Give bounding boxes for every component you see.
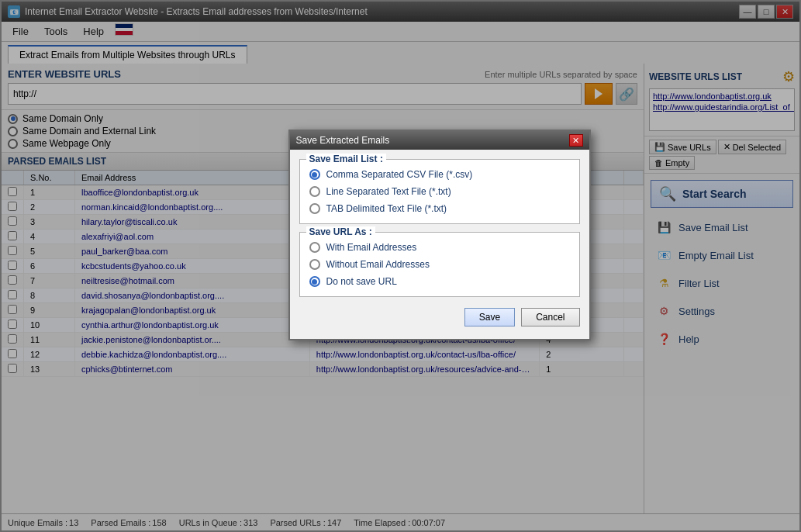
modal-without-email-label: Without Email Addresses [326,259,430,270]
modal-email-format-section: Save Email List : Comma Separated CSV Fi… [299,159,580,224]
modal-radio-no-url[interactable]: Do not save URL [309,276,570,287]
modal-title: Save Extracted Emails [296,135,390,146]
modal-radio-with-email[interactable]: With Email Addresses [309,242,570,253]
modal-overlay: Save Extracted Emails ✕ Save Email List … [2,2,799,530]
modal-email-format-title: Save Email List : [306,154,386,164]
modal-txt-line-label: Line Separated Text File (*.txt) [326,186,451,197]
modal-footer: Save Cancel [299,305,580,330]
modal-save-button[interactable]: Save [464,308,515,326]
modal-radio-txt-tab[interactable]: TAB Delimited Text File (*.txt) [309,203,570,214]
radio-txt-line[interactable] [309,186,320,197]
modal-radio-csv[interactable]: Comma Separated CSV File (*.csv) [309,169,570,180]
radio-no-url[interactable] [309,276,320,287]
modal-url-save-section: Save URL As : With Email Addresses Witho… [299,232,580,297]
radio-csv[interactable] [309,169,320,180]
radio-txt-tab[interactable] [309,203,320,214]
radio-with-email[interactable] [309,242,320,253]
modal-txt-tab-label: TAB Delimited Text File (*.txt) [326,203,447,214]
modal-cancel-button[interactable]: Cancel [521,308,579,326]
modal-close-button[interactable]: ✕ [569,134,583,147]
modal-with-email-label: With Email Addresses [326,242,417,253]
modal-title-bar: Save Extracted Emails ✕ [290,131,589,150]
radio-no-url-dot [312,279,317,285]
modal-radio-without-email[interactable]: Without Email Addresses [309,259,570,270]
save-emails-modal: Save Extracted Emails ✕ Save Email List … [288,130,591,340]
radio-csv-dot [312,172,317,178]
modal-body: Save Email List : Comma Separated CSV Fi… [290,150,589,339]
modal-csv-label: Comma Separated CSV File (*.csv) [326,169,473,180]
modal-url-save-title: Save URL As : [306,226,375,237]
radio-without-email[interactable] [309,259,320,270]
main-window: 📧 Internet Email Extractor Website - Ext… [0,0,801,532]
modal-radio-txt-line[interactable]: Line Separated Text File (*.txt) [309,186,570,197]
modal-no-url-label: Do not save URL [326,276,397,287]
